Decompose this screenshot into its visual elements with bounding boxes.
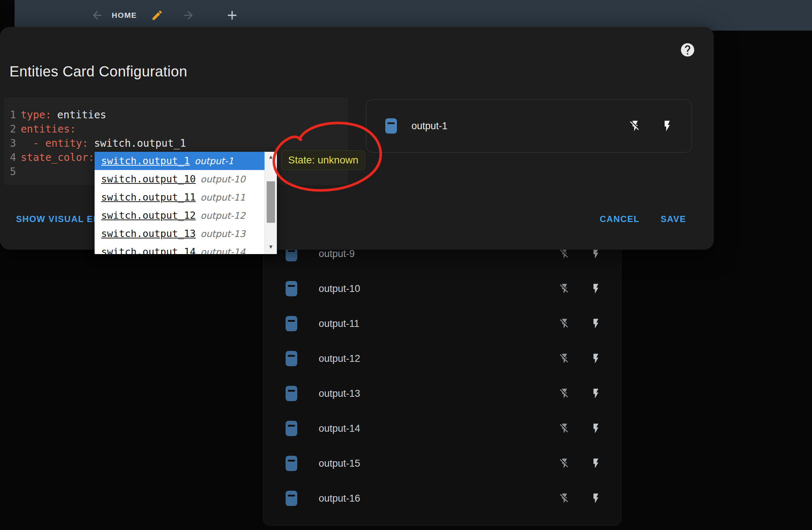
entity-friendly-name: output-11 [200,192,245,203]
dropdown-scrollbar[interactable]: ▲ ▼ [264,152,277,254]
switch-entity-icon [286,491,297,506]
line-number: 1 [4,108,21,122]
switch-entity-icon [385,118,397,134]
autocomplete-option[interactable]: switch.output_11output-11 [95,188,264,206]
entity-row: output-13 [263,376,621,411]
scroll-up-icon[interactable]: ▲ [265,153,277,161]
line-number: 5 [4,165,21,179]
flash-off-icon [559,388,570,399]
yaml-key: type: [21,108,51,122]
flash-off-icon[interactable] [629,120,641,132]
code-line: 3 - entity: switch.output_1 [4,136,348,150]
forward-arrow-icon[interactable] [181,8,196,23]
entity-name: output-12 [319,353,360,364]
state-tooltip: State: unknown [281,150,365,170]
code-line: 1 type: entities [4,108,348,122]
tab-home-label: HOME [112,11,137,20]
code-line: 2 entities: [4,122,348,136]
switch-entity-icon [286,281,297,296]
entity-name: output-11 [319,318,359,329]
flash-off-icon [559,493,570,504]
app-header: HOME [15,0,812,31]
flash-icon [590,388,602,399]
scrollbar-thumb[interactable] [267,181,275,223]
dialog-action-buttons: CANCEL SAVE [600,214,686,224]
back-arrow-icon[interactable] [90,8,104,23]
flash-off-icon [559,283,570,294]
preview-entity-name: output-1 [411,120,447,132]
switch-entity-icon [286,351,297,366]
entities-card-background: output-9 output-10 output-11 output-12 o… [263,233,621,526]
entity-friendly-name: output-10 [200,174,245,185]
switch-entity-icon [286,316,297,331]
help-icon[interactable] [680,42,696,58]
line-number: 3 [4,136,21,150]
entity-row: output-10 [263,271,621,306]
autocomplete-option[interactable]: switch.output_10output-10 [95,170,264,188]
flash-off-icon [559,423,570,434]
cancel-button[interactable]: CANCEL [600,214,640,224]
card-preview: output-1 [366,99,692,153]
entity-row: output-12 [263,341,621,376]
line-number: 4 [4,150,21,165]
flash-icon [590,283,602,294]
entity-id: switch.output_14 [101,246,196,254]
flash-icon [590,353,602,364]
entity-row: output-14 [263,411,621,446]
entity-autocomplete-dropdown: switch.output_1output-1 switch.output_10… [95,152,277,254]
flash-icon [590,458,602,469]
entity-id: switch.output_10 [101,173,196,185]
entity-friendly-name: output-1 [195,156,234,166]
switch-entity-icon [286,386,297,401]
entity-friendly-name: output-14 [200,247,245,254]
entity-name: output-13 [319,388,360,399]
entity-row: output-16 [263,481,621,516]
edit-pencil-icon[interactable] [150,8,164,23]
flash-off-icon [559,353,570,364]
scroll-down-icon[interactable]: ▼ [265,243,277,250]
entity-friendly-name: output-13 [200,229,245,239]
tab-home[interactable]: HOME [112,0,137,31]
entity-id: switch.output_13 [101,228,196,239]
entity-name: output-14 [319,423,360,434]
entity-name: output-9 [319,248,355,260]
flash-icon[interactable] [661,120,673,132]
entity-id: switch.output_1 [101,155,190,166]
yaml-value: entities [57,108,106,122]
autocomplete-option[interactable]: switch.output_12output-12 [95,206,264,225]
entity-name: output-10 [319,283,360,294]
entity-friendly-name: output-12 [200,210,245,221]
save-button[interactable]: SAVE [661,214,686,224]
add-tab-icon[interactable] [225,8,239,23]
yaml-key: - entity: [21,136,88,150]
entity-id: switch.output_11 [101,191,196,203]
entity-row: output-15 [263,446,621,481]
flash-off-icon [559,318,570,329]
entity-name: output-15 [319,458,360,469]
dialog-title: Entities Card Configuration [9,63,187,80]
flash-icon [590,318,602,329]
preview-entity-row: output-1 [366,100,692,152]
yaml-key: entities: [21,122,76,136]
line-number: 2 [4,122,21,136]
flash-icon [590,493,602,504]
yaml-key: state_color: [21,150,94,165]
entity-name: output-16 [319,493,360,504]
switch-entity-icon [286,421,297,436]
entity-id: switch.output_12 [101,210,196,221]
yaml-value: switch.output_1 [94,136,186,150]
flash-off-icon [559,458,570,469]
autocomplete-option[interactable]: switch.output_13output-13 [95,225,264,243]
flash-icon [590,423,602,434]
autocomplete-option[interactable]: switch.output_1output-1 [95,152,264,170]
switch-entity-icon [286,456,297,471]
entity-row: output-11 [263,306,621,341]
autocomplete-option[interactable]: switch.output_14output-14 [95,243,264,254]
